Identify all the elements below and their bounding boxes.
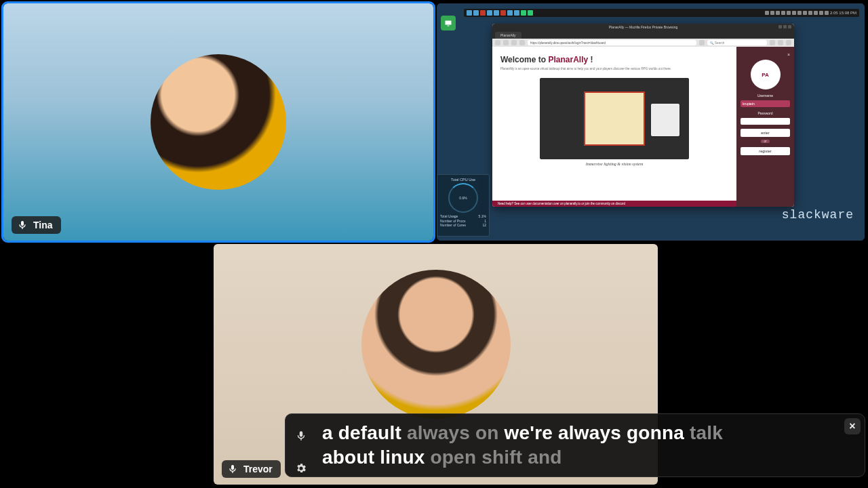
reader-icon [699,40,705,45]
cpu-widget-ring: 0.6% [448,183,478,213]
live-caption-text: a default always on we're always gonna t… [322,421,835,470]
cpu-widget-title: Total CPU Use [440,178,486,182]
username-label: Username [757,94,773,98]
remote-page-subtitle: PlanarAlly is an open-source virtual tab… [500,67,728,71]
slackware-watermark: slackware [782,208,854,222]
password-field [741,118,790,125]
screenshare-content: 2:05 15:08 PM PlanarAlly — Mozilla Firef… [437,3,865,241]
screenshare-indicator-icon [441,16,456,30]
remote-page-hero-caption: Immersive lighting & vision system [500,162,728,166]
participant-tile-tina[interactable]: Tina [3,3,433,241]
participant-name: Trevor [243,464,273,474]
participant-name-pill: Tina [12,216,61,234]
nav-reload-icon [511,40,517,45]
library-icon [778,40,783,45]
remote-page-main: Welcome to PlanarAlly ! PlanarAlly is an… [492,47,736,207]
caption-settings-icon[interactable] [295,456,307,481]
remote-page-hero-image [540,78,689,159]
password-label: Password [758,111,773,115]
caption-close-button[interactable]: × [844,418,861,434]
remote-browser-tabstrip: PlanarAlly [492,30,794,39]
register-button: register [741,147,790,155]
nav-back-icon [495,40,500,45]
remote-page-help-strip: Need help? See our user documentation ov… [492,201,736,207]
live-caption-bar[interactable]: a default always on we're always gonna t… [285,413,865,477]
remote-page-heading: Welcome to PlanarAlly ! [500,55,728,64]
close-icon: × [787,52,790,57]
remote-browser-tab: PlanarAlly [495,32,521,39]
planarally-logo: PA [751,60,781,89]
avatar-placeholder [151,54,286,190]
remote-browser-titlebar: PlanarAlly — Mozilla Firefox Private Bro… [492,24,794,30]
avatar-placeholder [361,270,511,419]
remote-search-box: 🔍 Search [707,40,767,45]
participant-name-pill: Trevor [222,460,281,478]
participant-tile-screenshare[interactable]: 2:05 15:08 PM PlanarAlly — Mozilla Firef… [437,3,865,241]
participant-name: Tina [33,220,53,230]
nav-fwd-icon [503,40,509,45]
menu-icon [786,40,791,45]
remote-taskbar: 2:05 15:08 PM [464,9,859,17]
microphone-icon [227,464,238,474]
enter-button: enter [741,129,790,137]
remote-address-bar: https://planarally.dice.quest/auth/login… [528,40,696,45]
microphone-icon [17,220,28,230]
participant-video-placeholder [3,3,433,241]
window-controls [778,25,791,28]
remote-clock: 2:05 15:08 PM [830,11,856,15]
cpu-usage-widget: Total CPU Use 0.6% Total Usage5.1%Number… [437,174,490,237]
remote-browser-toolbar: https://planarally.dice.quest/auth/login… [492,39,794,47]
caption-mic-icon[interactable] [295,424,307,448]
username-field: kruptein [741,100,790,107]
remote-login-panel: × PA Username kruptein Password enter or… [736,47,794,207]
or-divider: or [761,140,769,143]
nav-home-icon [519,40,525,45]
downloads-icon [770,40,775,45]
remote-browser-window: PlanarAlly — Mozilla Firefox Private Bro… [492,24,794,207]
